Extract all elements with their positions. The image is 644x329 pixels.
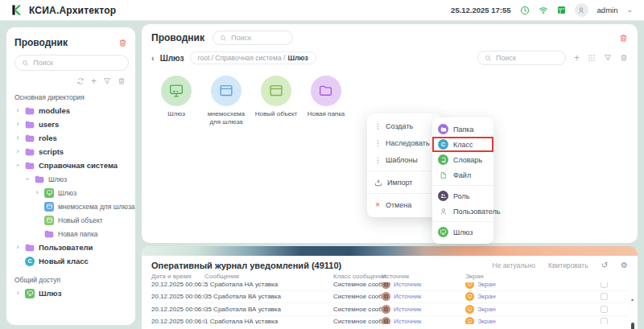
sidebar-item-scripts[interactable]: › scripts (14, 145, 129, 158)
chevron-right-icon[interactable]: › (14, 148, 21, 155)
sidebar-item-shared-gateway[interactable]: › Шлюз (14, 286, 129, 300)
row-checkbox[interactable] (601, 318, 608, 324)
add-icon[interactable]: + (91, 76, 97, 86)
sidebar-item-users-ru[interactable]: › Пользователи (14, 241, 129, 254)
refresh-icon[interactable] (76, 77, 85, 85)
topbar: КСИА.Архитектор 25.12.2025 17:55 admin ⌄ (0, 0, 644, 21)
tile-new-folder[interactable]: Новая папка (303, 76, 349, 127)
back-chevron-icon[interactable]: ‹ (151, 54, 155, 63)
trash-icon[interactable] (118, 39, 127, 47)
source-link[interactable]: Источник (394, 293, 421, 300)
object-icon (261, 76, 291, 106)
clock-icon[interactable] (520, 6, 530, 15)
source-icon (382, 305, 390, 314)
submenu-item-label: Класс (453, 141, 473, 149)
sidebar-item-reference-system[interactable]: › Справочная система (14, 158, 129, 172)
trash-icon[interactable] (619, 34, 628, 43)
current-folder: Шлюз (160, 54, 184, 63)
chevron-right-icon[interactable]: › (14, 290, 21, 297)
chevron-up-icon[interactable]: › (14, 162, 22, 169)
trash-icon[interactable] (118, 77, 126, 85)
explorer-title: Проводник (151, 32, 204, 43)
submenu-item-dictionary[interactable]: Словарь (432, 152, 493, 167)
tile-label: мнемосхема для шлюза (203, 110, 250, 127)
apps-grid-icon[interactable] (557, 6, 566, 14)
explorer-header: Проводник (151, 31, 628, 45)
submenu-item-gateway[interactable]: Шлюз (432, 224, 493, 240)
submenu-item-folder[interactable]: Папка (432, 121, 493, 137)
menu-item-cancel[interactable]: ✕ Отмена (367, 196, 441, 213)
tile-label: Шлюз (167, 110, 185, 118)
sidebar-item-new-object[interactable]: Новый объект (14, 213, 129, 227)
row-checkbox[interactable] (601, 306, 608, 313)
menu-item-templates[interactable]: ⋮ Шаблоны › (367, 151, 441, 168)
screen-link[interactable]: Экран (477, 282, 496, 288)
screen-link[interactable]: Экран (477, 306, 496, 313)
sidebar-search[interactable] (14, 55, 129, 71)
submenu-item-class[interactable]: C Класс (432, 137, 493, 152)
history-icon[interactable]: ↺ (601, 261, 608, 269)
chevron-right-icon[interactable]: › (34, 189, 40, 196)
menu-item-import[interactable]: Импорт (367, 174, 441, 191)
filter-icon[interactable] (103, 77, 111, 85)
sidebar-search-input[interactable] (33, 59, 122, 67)
vertical-scrollbar[interactable]: ▲ ▼ (629, 297, 637, 329)
sidebar-item-new-class[interactable]: C Новый класс (14, 254, 129, 268)
filter-icon[interactable] (604, 54, 612, 62)
toolbar-search[interactable] (477, 51, 566, 65)
source-link[interactable]: Источник (394, 306, 421, 313)
submenu-item-file[interactable]: Файл (432, 167, 493, 183)
trash-icon[interactable] (620, 54, 628, 62)
sidebar-item-new-folder[interactable]: Новая папка (14, 227, 129, 241)
toolbar-search-input[interactable] (496, 54, 559, 62)
source-link[interactable]: Источник (394, 318, 421, 324)
not-actual-button[interactable]: Не актуально (493, 261, 535, 269)
sidebar-item-roles[interactable]: › roles (14, 131, 129, 145)
tile-new-object[interactable]: Новый объект (253, 76, 299, 127)
table-row[interactable]: 20.12.2025 00:06:08 35 Сработала ВА уста… (151, 303, 628, 316)
table-row[interactable]: 20.12.2025 00:06:23 5 Сработала НА устав… (151, 282, 628, 291)
explorer-search[interactable] (213, 31, 293, 45)
row-checkbox[interactable] (601, 293, 608, 300)
chevron-right-icon[interactable]: › (14, 134, 21, 142)
column-header: Экран (465, 273, 601, 282)
breadcrumb[interactable]: root / Справочная система / Шлюз (190, 51, 316, 64)
source-link[interactable]: Источник (394, 282, 421, 288)
tree-item-label: мнемосхема для шлюза (58, 203, 135, 211)
submenu-item-role[interactable]: Роль (432, 188, 493, 204)
sidebar-item-users[interactable]: › users (14, 117, 129, 131)
chevron-right-icon[interactable]: › (14, 107, 21, 114)
sidebar-item-modules[interactable]: › modules (14, 104, 129, 117)
class-icon: C (25, 257, 35, 266)
screen-link[interactable]: Экран (477, 293, 496, 300)
tree-item-label: Справочная система (39, 161, 118, 170)
chevron-right-icon[interactable]: › (14, 121, 21, 128)
menu-item-create[interactable]: ⋮ Создать › (367, 117, 441, 134)
row-checkbox[interactable] (601, 282, 608, 288)
table-row[interactable]: 20.12.2025 00:06:08 35 Сработала ВА уста… (151, 291, 628, 304)
chevron-right-icon[interactable]: › (14, 244, 21, 251)
user-avatar[interactable] (575, 3, 588, 17)
menu-item-inherit[interactable]: ⋮ Наследовать › (367, 134, 441, 151)
journal-banner (142, 246, 638, 256)
user-menu-chevron-icon[interactable]: ⌄ (626, 6, 633, 14)
table-row[interactable]: 20.12.2025 00:06:03 1 Сработала НА устав… (151, 316, 628, 325)
submenu-item-user[interactable]: Пользователь (432, 204, 493, 219)
sidebar-item-mnemoscheme[interactable]: мнемосхема для шлюза (14, 199, 129, 213)
screen-link[interactable]: Экран (477, 318, 496, 324)
sidebar-item-gateway[interactable]: › Шлюз (14, 186, 129, 199)
scroll-up-icon[interactable]: ▲ (630, 297, 634, 302)
acknowledge-button[interactable]: Квитировать (548, 261, 588, 269)
chevron-up-icon[interactable]: › (24, 176, 31, 183)
sidebar-item-gateway-folder[interactable]: › Шлюз (14, 172, 129, 186)
wifi-icon[interactable] (539, 6, 548, 15)
cell-datetime: 20.12.2025 00:06:08 (151, 293, 204, 300)
view-grid-icon[interactable] (588, 54, 596, 62)
explorer-search-input[interactable] (231, 34, 286, 42)
gear-icon[interactable]: ⚙ (621, 261, 628, 269)
tile-gateway[interactable]: Шлюз (153, 76, 200, 127)
add-icon[interactable]: + (574, 53, 580, 63)
tile-mnemoscheme[interactable]: мнемосхема для шлюза (203, 76, 250, 127)
scrollbar-thumb[interactable] (631, 323, 634, 329)
sidebar-header: Проводник (14, 35, 129, 55)
